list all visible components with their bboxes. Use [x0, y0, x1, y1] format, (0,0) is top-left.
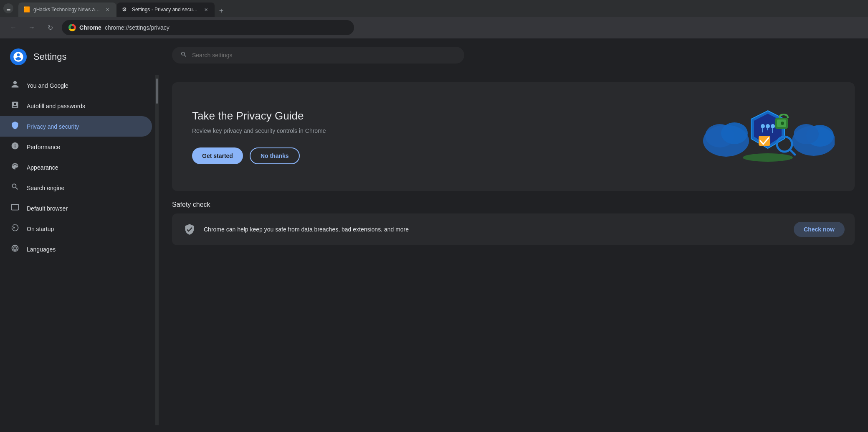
sidebar-label-you-and-google: You and Google [27, 82, 68, 89]
forward-button[interactable]: → [25, 21, 38, 34]
on-startup-icon [10, 224, 20, 234]
sidebar-label-privacy-security: Privacy and security [27, 123, 79, 130]
chrome-logo-icon [68, 24, 76, 31]
no-thanks-button[interactable]: No thanks [250, 147, 300, 164]
title-bar: 🗕 🟧 gHacks Technology News and A ✕ ⚙ Set… [0, 0, 868, 17]
performance-icon [10, 142, 20, 152]
safety-check-title: Safety check [172, 201, 855, 208]
tab-ghacks-close[interactable]: ✕ [104, 6, 111, 13]
address-bar: ← → ↻ Chrome chrome://settings/privacy [0, 17, 868, 38]
sidebar-scrollbar-thumb[interactable] [156, 79, 158, 104]
sidebar-label-performance: Performance [27, 144, 60, 150]
sidebar-item-appearance[interactable]: Appearance [0, 157, 152, 178]
svg-point-5 [794, 124, 819, 144]
svg-line-19 [790, 150, 795, 155]
svg-point-2 [721, 122, 748, 144]
window-collapse-button[interactable]: 🗕 [3, 3, 13, 13]
chrome-label: Chrome [79, 24, 101, 31]
privacy-guide-card: Take the Privacy Guide Review key privac… [172, 82, 855, 191]
tab-settings-favicon: ⚙ [122, 6, 129, 13]
appearance-icon [10, 162, 20, 173]
tab-ghacks-favicon: 🟧 [23, 6, 30, 13]
tab-settings-title: Settings - Privacy and security [132, 7, 199, 13]
sidebar-label-on-startup: On startup [27, 226, 54, 232]
url-bar[interactable]: Chrome chrome://settings/privacy [62, 20, 354, 35]
search-input[interactable] [192, 52, 456, 58]
content-area: Take the Privacy Guide Review key privac… [159, 72, 868, 255]
sidebar-item-performance[interactable]: Performance [0, 137, 152, 157]
sidebar-label-autofill: Autofill and passwords [27, 103, 85, 109]
svg-point-20 [743, 153, 793, 162]
safety-check-section: Safety check Chrome can help keep you sa… [172, 201, 855, 245]
privacy-guide-title: Take the Privacy Guide [192, 109, 701, 122]
settings-header: Settings [0, 45, 159, 75]
sidebar-item-autofill[interactable]: Autofill and passwords [0, 96, 152, 116]
privacy-guide-subtitle: Review key privacy and security controls… [192, 127, 701, 134]
back-button[interactable]: ← [7, 21, 20, 34]
tab-ghacks[interactable]: 🟧 gHacks Technology News and A ✕ [18, 3, 116, 17]
tab-ghacks-title: gHacks Technology News and A [33, 7, 100, 13]
svg-point-16 [781, 122, 784, 125]
window-controls: 🗕 [3, 3, 13, 13]
search-area [159, 38, 868, 72]
tab-settings-close[interactable]: ✕ [202, 6, 210, 13]
sidebar-item-you-and-google[interactable]: You and Google [0, 75, 152, 96]
shield-check-icon [182, 222, 197, 237]
url-text: chrome://settings/privacy [105, 24, 170, 31]
sidebar: Settings You and Google Autofill and pas… [0, 38, 159, 432]
sidebar-scrollbar-track[interactable] [155, 75, 159, 425]
search-engine-icon [10, 183, 20, 193]
sidebar-item-default-browser[interactable]: Default browser [0, 198, 152, 219]
settings-logo-icon [10, 48, 27, 65]
settings-title: Settings [33, 51, 67, 62]
languages-icon [10, 244, 20, 254]
main-content: Settings You and Google Autofill and pas… [0, 38, 868, 432]
sidebar-label-appearance: Appearance [27, 164, 58, 171]
new-tab-button[interactable]: + [215, 5, 227, 17]
safety-check-card: Chrome can help keep you safe from data … [172, 213, 855, 245]
search-icon [180, 51, 187, 59]
sidebar-nav-wrapper: You and Google Autofill and passwords Pr… [0, 75, 159, 425]
privacy-security-icon [10, 121, 20, 132]
default-browser-icon [10, 203, 20, 213]
privacy-guide-illustration [701, 99, 835, 174]
tabs-area: 🟧 gHacks Technology News and A ✕ ⚙ Setti… [18, 0, 865, 17]
sidebar-nav: You and Google Autofill and passwords Pr… [0, 75, 159, 425]
card-buttons: Get started No thanks [192, 147, 701, 164]
you-and-google-icon [10, 80, 20, 91]
refresh-button[interactable]: ↻ [43, 21, 57, 34]
tab-settings[interactable]: ⚙ Settings - Privacy and security ✕ [117, 3, 215, 17]
sidebar-label-search-engine: Search engine [27, 185, 64, 191]
sidebar-item-privacy-security[interactable]: Privacy and security [0, 116, 152, 137]
sidebar-item-on-startup[interactable]: On startup [0, 219, 152, 239]
sidebar-item-languages[interactable]: Languages [0, 239, 152, 259]
right-panel: Take the Privacy Guide Review key privac… [159, 38, 868, 432]
search-box[interactable] [172, 47, 464, 64]
check-now-button[interactable]: Check now [794, 222, 845, 237]
sidebar-label-languages: Languages [27, 246, 56, 253]
sidebar-label-default-browser: Default browser [27, 205, 68, 212]
autofill-icon [10, 101, 20, 111]
safety-check-text: Chrome can help keep you safe from data … [204, 226, 787, 233]
get-started-button[interactable]: Get started [192, 147, 243, 164]
card-left: Take the Privacy Guide Review key privac… [192, 109, 701, 164]
sidebar-item-search-engine[interactable]: Search engine [0, 178, 152, 198]
